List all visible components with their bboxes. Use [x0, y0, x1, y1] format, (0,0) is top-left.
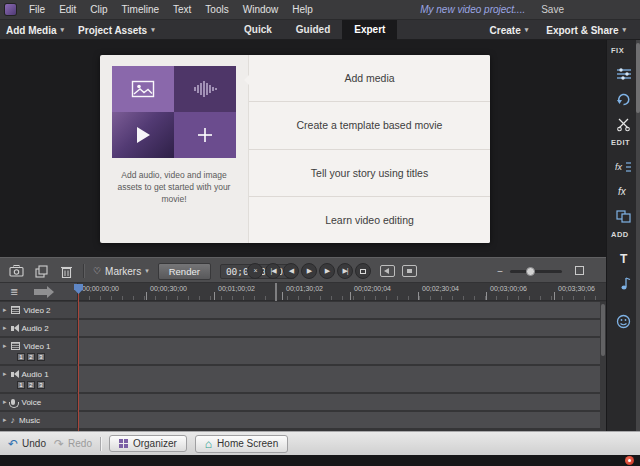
- render-button[interactable]: Render: [158, 263, 211, 280]
- home-screen-button[interactable]: ⌂ Home Screen: [195, 435, 288, 453]
- zoom-slider-thumb[interactable]: [526, 267, 535, 276]
- fit-timeline-button[interactable]: [575, 266, 584, 275]
- transitions-icon[interactable]: [615, 208, 633, 224]
- organizer-button[interactable]: Organizer: [109, 435, 187, 452]
- track-header-audio-1[interactable]: ▸ Audio 1 1 2 3: [0, 366, 78, 392]
- target-badge-1[interactable]: 1: [17, 353, 25, 361]
- tab-quick[interactable]: Quick: [232, 20, 284, 40]
- image-media-tile[interactable]: [112, 66, 174, 112]
- target-badge-2[interactable]: 2: [27, 353, 35, 361]
- duplicate-icon[interactable]: [33, 263, 49, 279]
- track-name: Video 1: [24, 342, 51, 351]
- mode-tabs: Quick Guided Expert: [232, 20, 397, 40]
- project-assets-button[interactable]: Project Assets ▾: [78, 25, 155, 36]
- music-icon[interactable]: [615, 275, 633, 291]
- track-header-music[interactable]: ▸ ♪ Music: [0, 412, 78, 428]
- track-lane-music[interactable]: [78, 412, 606, 428]
- app-icon: [5, 4, 16, 15]
- video-media-tile[interactable]: [112, 112, 174, 158]
- track-name: Music: [19, 416, 40, 425]
- target-badge-3[interactable]: 3: [37, 353, 45, 361]
- elements-tray-icon[interactable]: [625, 456, 634, 465]
- target-badge-1[interactable]: 1: [17, 381, 25, 389]
- menu-window[interactable]: Window: [236, 0, 286, 20]
- preview-monitor-icon[interactable]: [402, 265, 417, 277]
- zoom-out-icon[interactable]: −: [497, 266, 503, 277]
- step-back-button[interactable]: ◀: [283, 263, 299, 279]
- track-lane-video-1[interactable]: [78, 338, 606, 364]
- zoom-slider[interactable]: [510, 270, 562, 273]
- go-to-end-button[interactable]: ▶|: [337, 263, 353, 279]
- undo-button[interactable]: ↶ Undo: [8, 438, 46, 450]
- menu-text[interactable]: Text: [166, 0, 198, 20]
- adjust-sliders-icon[interactable]: [615, 66, 633, 82]
- disclosure-icon[interactable]: ▸: [3, 370, 7, 378]
- rotate-fix-icon[interactable]: [615, 91, 633, 107]
- target-badge-2[interactable]: 2: [27, 381, 35, 389]
- target-badge-3[interactable]: 3: [37, 381, 45, 389]
- project-name-link[interactable]: My new video project....: [420, 4, 525, 15]
- titles-icon[interactable]: T: [615, 250, 633, 266]
- add-media-tile[interactable]: [174, 112, 236, 158]
- disclosure-icon[interactable]: ▸: [3, 342, 7, 350]
- go-to-start-button[interactable]: |◀: [265, 263, 281, 279]
- audio-mix-icon[interactable]: [380, 265, 395, 277]
- track-header-voice[interactable]: ▸ Voice: [0, 394, 78, 410]
- scrollbar-thumb[interactable]: [601, 304, 605, 356]
- split-clip-button[interactable]: ×: [247, 263, 263, 279]
- markers-button[interactable]: ♡ Markers ▾: [93, 266, 149, 277]
- action-bar-sidebar: FIX EDIT fx: [606, 40, 640, 431]
- track-lane-audio-1[interactable]: [78, 366, 606, 392]
- tab-expert[interactable]: Expert: [342, 20, 397, 40]
- track-header-video-2[interactable]: ▸ Video 2: [0, 302, 78, 318]
- track-lane-audio-2[interactable]: [78, 320, 606, 336]
- audio-media-tile[interactable]: [174, 66, 236, 112]
- applied-effects-icon[interactable]: fx: [615, 158, 633, 174]
- delete-icon[interactable]: [58, 263, 74, 279]
- menu-help[interactable]: Help: [285, 0, 320, 20]
- fullscreen-button[interactable]: [355, 263, 371, 279]
- disclosure-icon[interactable]: ▸: [3, 306, 7, 314]
- disclosure-icon[interactable]: ▸: [3, 324, 7, 332]
- add-media-button[interactable]: Add Media ▾: [6, 25, 64, 36]
- export-share-button[interactable]: Export & Share ▾: [546, 25, 626, 36]
- timeline-scrollbar[interactable]: [600, 302, 606, 431]
- menu-timeline[interactable]: Timeline: [115, 0, 166, 20]
- track-row-video-1: ▸ Video 1 1 2 3: [0, 338, 606, 364]
- menu-file[interactable]: File: [22, 0, 52, 20]
- track-settings-icon[interactable]: ≣: [10, 286, 18, 297]
- export-share-label: Export & Share: [546, 25, 618, 36]
- freeze-frame-icon[interactable]: [8, 263, 24, 279]
- scissors-icon[interactable]: [615, 116, 633, 132]
- track-name: Video 2: [24, 306, 51, 315]
- menu-edit[interactable]: Edit: [52, 0, 83, 20]
- menu-tools[interactable]: Tools: [198, 0, 235, 20]
- create-button[interactable]: Create ▾: [490, 25, 529, 36]
- welcome-caption: Add audio, video and image assets to get…: [112, 170, 236, 206]
- menu-clip[interactable]: Clip: [83, 0, 114, 20]
- disclosure-icon[interactable]: ▸: [3, 416, 7, 424]
- time-ruler[interactable]: 00;00;00;00 00;00;30;00 00;01;00;02 00;0…: [78, 283, 606, 301]
- action-add-media[interactable]: Add media: [249, 55, 490, 102]
- menubar: File Edit Clip Timeline Text Tools Windo…: [0, 0, 640, 20]
- track-lane-video-2[interactable]: [78, 302, 606, 318]
- action-story-titles[interactable]: Tell your story using titles: [249, 150, 490, 197]
- work-area-marker[interactable]: [275, 283, 277, 301]
- track-header-audio-2[interactable]: ▸ Audio 2: [0, 320, 78, 336]
- sidebar-scrollbar[interactable]: [636, 40, 640, 431]
- save-button[interactable]: Save: [541, 4, 564, 15]
- action-template-movie[interactable]: Create a template based movie: [249, 102, 490, 149]
- section-label-fix: FIX: [611, 46, 624, 55]
- play-button[interactable]: ▶: [301, 263, 317, 279]
- step-forward-button[interactable]: ▶: [319, 263, 335, 279]
- track-name: Audio 1: [22, 370, 49, 379]
- effects-icon[interactable]: fx: [615, 183, 633, 199]
- track-row-music: ▸ ♪ Music: [0, 412, 606, 428]
- graphics-icon[interactable]: [615, 313, 633, 329]
- redo-button[interactable]: ↷ Redo: [54, 438, 92, 450]
- tab-guided[interactable]: Guided: [284, 20, 342, 40]
- track-lane-voice[interactable]: [78, 394, 606, 410]
- action-learn-editing[interactable]: Learn video editing: [249, 197, 490, 243]
- disclosure-icon[interactable]: ▸: [3, 398, 7, 406]
- track-header-video-1[interactable]: ▸ Video 1 1 2 3: [0, 338, 78, 364]
